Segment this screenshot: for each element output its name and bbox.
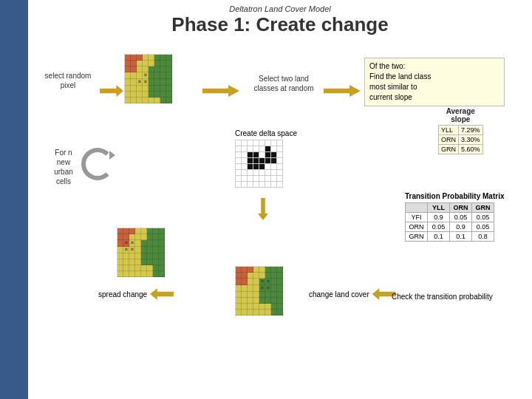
matrix-header-grn: GRN <box>472 203 494 213</box>
of-the-two-box: Of the two: Find the land class most sim… <box>364 58 505 106</box>
slope-row-grn-label: GRN <box>439 145 459 154</box>
matrix-cell-yfi-yll: 0.9 <box>428 213 450 222</box>
grid-map-1: ✕ ✕ ✕ <box>124 54 172 103</box>
matrix-cell-yfi-orn: 0.05 <box>450 213 472 222</box>
select-two-land-label: Select two land classes at random <box>247 74 321 93</box>
arrow-spread-change <box>150 288 174 300</box>
matrix-header-empty <box>406 203 428 213</box>
create-delta-space-label: Create delta space <box>235 129 297 137</box>
delta-space-grid <box>235 140 283 188</box>
matrix-cell-yfi-grn: 0.05 <box>472 213 494 222</box>
matrix-cell-orn-yll: 0.05 <box>428 222 450 232</box>
check-transition-section: Check the transition probability <box>392 292 495 302</box>
spread-change-label: spread change <box>98 290 147 299</box>
matrix-row-grn: GRN <box>406 232 428 242</box>
main-title: Phase 1: Create change <box>28 13 532 36</box>
average-slope-title: Average slope <box>438 107 483 123</box>
matrix-cell-grn-yll: 0.1 <box>428 232 450 242</box>
grid-map-3: ✕ ✕ ✕ ✕ <box>235 266 283 316</box>
transition-prob-section: Transition Probability Matrix YLL ORN GR… <box>405 192 504 242</box>
slope-row-orn-val: 3.30% <box>459 135 483 145</box>
matrix-cell-orn-orn: 0.9 <box>450 222 472 232</box>
header: Deltatron Land Cover Model Phase 1: Crea… <box>28 0 532 36</box>
main-content: Deltatron Land Cover Model Phase 1: Crea… <box>28 0 532 399</box>
page-container: Deltatron Land Cover Model Phase 1: Crea… <box>0 0 532 399</box>
slope-row-yll-label: YLL <box>439 126 459 135</box>
select-random-pixel-label: select random pixel <box>38 71 98 90</box>
subtitle: Deltatron Land Cover Model <box>28 4 532 13</box>
matrix-cell-grn-orn: 0.1 <box>450 232 472 242</box>
matrix-row-yfi: YFI <box>406 213 428 222</box>
average-slope-section: Average slope YLL 7.29% ORN 3.30% GRN 5.… <box>438 107 483 154</box>
slope-row-grn-val: 5.60% <box>459 145 483 154</box>
matrix-cell-grn-grn: 0.8 <box>472 232 494 242</box>
matrix-header-orn: ORN <box>450 203 472 213</box>
matrix-row-orn: ORN <box>406 222 428 232</box>
arrow-down-delta <box>258 198 268 220</box>
transition-prob-title: Transition Probability Matrix <box>405 192 504 200</box>
slope-row-yll-val: 7.29% <box>459 126 483 135</box>
change-land-cover-label: change land cover <box>309 290 369 299</box>
spread-change-section: spread change <box>98 288 174 300</box>
matrix-table: YLL ORN GRN YFI 0.9 0.05 0.05 ORN 0.05 0… <box>405 202 494 242</box>
slope-row-orn-label: ORN <box>439 135 459 145</box>
matrix-cell-orn-grn: 0.05 <box>472 222 494 232</box>
arrow-to-select-two <box>202 85 239 97</box>
arrow-to-of-the-two <box>324 85 361 97</box>
left-sidebar-bar <box>0 0 28 399</box>
grid-map-2: ✕ ✕ ✕ ✕ <box>117 228 165 277</box>
slope-table: YLL 7.29% ORN 3.30% GRN 5.60% <box>438 125 483 154</box>
check-transition-label: Check the transition probability <box>392 292 493 302</box>
create-delta-space-section: Create delta space <box>235 129 297 188</box>
arrow-select-pixel <box>100 85 123 97</box>
change-land-cover-section: change land cover <box>309 288 396 300</box>
loop-arrow <box>81 148 114 180</box>
matrix-header-yll: YLL <box>428 203 450 213</box>
